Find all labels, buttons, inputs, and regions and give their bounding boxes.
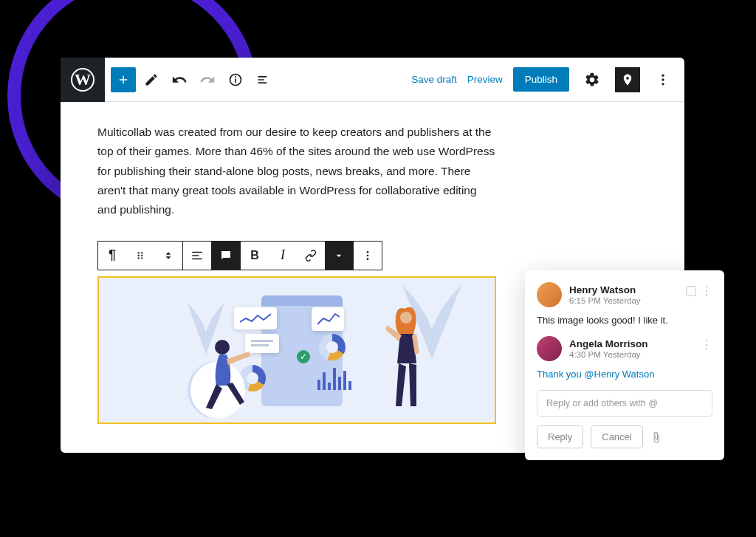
redo-button[interactable] [195,67,220,92]
publish-button[interactable]: Publish [513,67,569,92]
svg-point-16 [400,312,412,324]
info-icon [228,72,243,87]
svg-point-12 [367,251,369,253]
preview-button[interactable]: Preview [467,74,503,85]
svg-point-15 [215,340,230,355]
undo-icon [171,72,188,88]
svg-point-4 [662,78,664,81]
svg-point-11 [141,257,142,259]
svg-point-10 [138,257,140,259]
block-toolbar: ¶ B I [97,241,382,270]
image-block[interactable]: ✓ [97,276,496,424]
comment-body: Thank you @Henry Watson [537,369,712,380]
save-draft-button[interactable]: Save draft [411,74,457,85]
chevrons-vertical-icon [162,250,174,261]
pin-icon [621,73,634,86]
svg-point-9 [141,255,142,256]
comment-button[interactable] [212,242,240,270]
wordpress-icon: W [71,68,94,92]
block-more-button[interactable] [354,242,382,270]
italic-icon: I [281,247,285,263]
illustration: ✓ [99,278,495,423]
comment-author: Angela Morrison [569,338,648,349]
svg-point-6 [138,252,140,253]
cancel-button[interactable]: Cancel [591,425,642,448]
add-block-button[interactable] [111,67,136,92]
bold-button[interactable]: B [241,242,269,270]
svg-point-14 [367,258,369,260]
avatar [537,282,562,307]
comment-time: 4:30 PM Yesterday [569,350,648,359]
link-button[interactable] [297,242,325,270]
svg-rect-1 [235,78,236,83]
more-vertical-icon [362,250,374,261]
align-icon [190,249,204,262]
comment-more-button[interactable]: ⋮ [701,284,712,298]
avatar [537,336,562,361]
multicollab-pin-button[interactable] [615,67,640,92]
wordpress-logo-button[interactable]: W [61,58,105,102]
reply-input[interactable]: Reply or add others with @ [537,390,712,417]
drag-handle-button[interactable] [126,242,154,270]
move-block-button[interactable] [154,242,182,270]
svg-rect-2 [235,76,236,78]
content-paragraph[interactable]: Multicollab was created from our desire … [97,123,496,220]
comment-thread-item: Henry Watson 6:15 PM Yesterday ⋮ This im… [537,282,712,326]
link-icon [304,249,317,262]
italic-button[interactable]: I [269,242,297,270]
comment-body: This image looks good! I like it. [537,315,712,326]
chevron-down-icon [333,250,345,261]
svg-point-3 [662,74,664,76]
comments-panel: Henry Watson 6:15 PM Yesterday ⋮ This im… [525,270,724,460]
list-icon [256,72,271,87]
more-formatting-button[interactable] [325,242,353,270]
drag-icon [135,250,145,261]
editor-window: W Save draft Preview [61,58,684,453]
comment-author: Henry Watson [569,284,641,295]
undo-button[interactable] [167,67,192,92]
outline-button[interactable] [251,67,276,92]
reply-button[interactable]: Reply [537,425,583,448]
top-toolbar: W Save draft Preview [61,58,684,102]
plus-icon [117,73,130,86]
settings-button[interactable] [580,67,605,92]
comment-thread-item: Angela Morrison 4:30 PM Yesterday ⋮ Than… [537,336,712,380]
svg-point-5 [662,83,664,85]
comment-time: 6:15 PM Yesterday [569,296,641,305]
info-button[interactable] [223,67,248,92]
more-vertical-icon [656,72,670,87]
svg-point-8 [138,255,140,256]
align-button[interactable] [183,242,211,270]
bold-icon: B [250,249,259,262]
comment-icon [219,249,233,262]
svg-point-7 [141,252,142,253]
attach-icon[interactable] [650,431,662,443]
svg-point-13 [367,254,369,256]
comment-more-button[interactable]: ⋮ [701,338,712,352]
mention-link[interactable]: @Henry Watson [584,369,654,380]
gear-icon [584,72,600,88]
more-options-button[interactable] [650,67,676,92]
paragraph-block-button[interactable]: ¶ [98,242,126,270]
edit-mode-button[interactable] [139,67,164,92]
resolve-checkbox[interactable] [686,286,696,296]
pilcrow-icon: ¶ [109,247,116,263]
pencil-icon [144,72,159,87]
redo-icon [199,72,216,88]
